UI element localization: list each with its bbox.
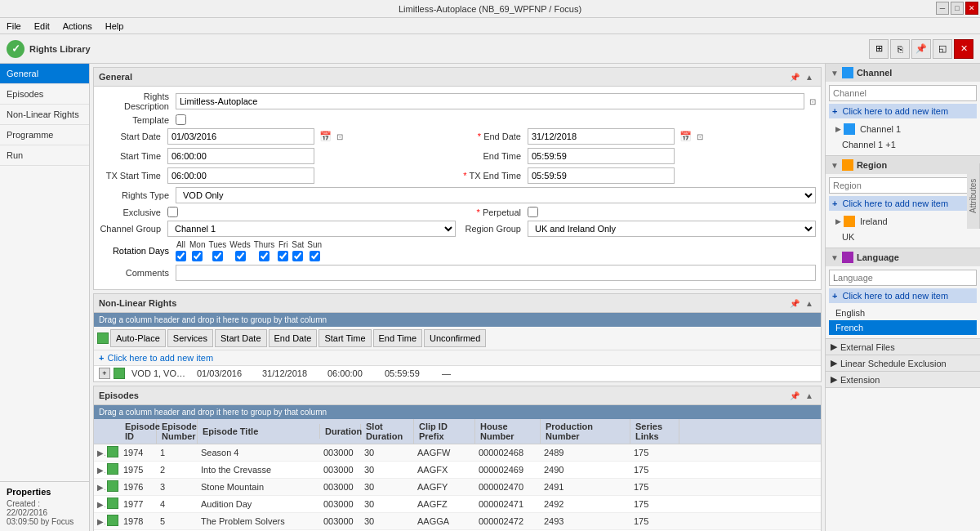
region-group-select[interactable]: UK and Ireland Only [528, 221, 816, 237]
general-expand-icon[interactable]: ▲ [803, 70, 816, 83]
ep-col-num-header[interactable]: Episode Number [157, 419, 198, 444]
menu-file[interactable]: File [3, 20, 24, 33]
rights-type-select[interactable]: VOD Only [176, 187, 816, 203]
day-all-checkbox[interactable] [176, 251, 186, 261]
ep-row-expand[interactable]: ▶ [94, 515, 105, 528]
sidebar-item-episodes[interactable]: Episodes [0, 84, 89, 105]
ep-col-house-header[interactable]: House Number [475, 419, 541, 444]
pin-icon[interactable]: 📌 [911, 39, 931, 59]
start-date-expand-icon[interactable]: ⊡ [336, 132, 343, 141]
end-time-col-header[interactable]: End Time [373, 329, 422, 347]
tx-start-time-input[interactable] [167, 167, 314, 184]
services-button[interactable]: Services [167, 329, 213, 347]
episodes-expand-icon[interactable]: ▲ [803, 389, 816, 402]
copy-icon[interactable]: ⎘ [890, 39, 910, 59]
start-date-cal-icon[interactable]: 📅 [319, 131, 332, 142]
channel-group-select[interactable]: Channel 1 [167, 221, 456, 237]
ep-col-slot-header[interactable]: Slot Duration [361, 419, 414, 444]
start-time-col-header[interactable]: Start Time [318, 329, 371, 347]
sidebar-item-general[interactable]: General [0, 64, 89, 84]
attributes-label[interactable]: Attributes [967, 163, 980, 229]
channel-item-1[interactable]: ▶ Channel 1 [829, 121, 977, 137]
ep-col-series-header[interactable]: Series Links [630, 419, 679, 444]
language-item-2[interactable]: French [829, 320, 977, 335]
exclusive-checkbox[interactable] [167, 207, 178, 217]
region-add-row[interactable]: + Click here to add new item [829, 196, 977, 211]
sidebar-item-programme[interactable]: Programme [0, 125, 89, 145]
start-date-col-header[interactable]: Start Date [215, 329, 267, 347]
end-date-expand-icon[interactable]: ⊡ [697, 132, 703, 141]
ep-data-row[interactable]: ▶ 1975 2 Into the Crevasse 003000 30 AAG… [94, 462, 821, 479]
ep-col-id-header[interactable]: Episode ID [120, 419, 157, 444]
nl-expand-icon[interactable]: ▲ [803, 297, 816, 310]
rights-desc-expand-icon[interactable]: ⊡ [809, 97, 816, 106]
ep-row-expand[interactable]: ▶ [94, 464, 105, 476]
restore-button[interactable]: □ [951, 2, 964, 15]
nl-data-row[interactable]: + VOD 1, VOD 2 01/03/2016 31/12/2018 06:… [94, 366, 821, 382]
menu-edit[interactable]: Edit [31, 20, 53, 33]
sidebar-item-nonlinear[interactable]: Non-Linear Rights [0, 105, 89, 125]
right-region-header[interactable]: ▼ Region [826, 156, 980, 174]
ep-col-clip-header[interactable]: Clip ID Prefix [414, 419, 475, 444]
nl-row-expand[interactable]: + [99, 368, 110, 379]
language-item-1[interactable]: English [829, 306, 977, 320]
end-date-col-header[interactable]: End Date [269, 329, 318, 347]
ep-col-dur-header[interactable]: Duration [320, 424, 361, 439]
perpetual-checkbox[interactable] [528, 207, 538, 217]
ep-data-row[interactable]: ▶ 1974 1 Season 4 003000 30 AAGFW 000002… [94, 444, 821, 462]
ep-row-expand[interactable]: ▶ [94, 481, 105, 493]
ep-row-expand[interactable]: ▶ [94, 447, 105, 459]
maximize-icon[interactable]: ◱ [933, 39, 952, 59]
day-sat-checkbox[interactable] [292, 251, 303, 261]
region-subitem-1[interactable]: UK [829, 230, 977, 244]
ep-data-row[interactable]: ▶ 1977 4 Audition Day 003000 30 AAGFZ 00… [94, 496, 821, 513]
right-extension-header[interactable]: ▶ Extension [826, 372, 980, 387]
right-linear-header[interactable]: ▶ Linear Schedule Exclusion [826, 355, 980, 371]
region-search-input[interactable] [829, 177, 977, 194]
day-tue-checkbox[interactable] [212, 251, 223, 261]
end-time-input[interactable] [528, 148, 675, 164]
language-search-input[interactable] [829, 270, 977, 286]
nl-pin-icon[interactable]: 📌 [788, 297, 801, 310]
rights-description-input[interactable] [176, 93, 804, 109]
header-close-icon[interactable]: ✕ [954, 39, 973, 59]
nl-add-row[interactable]: + Click here to add new item [94, 350, 821, 366]
menubar: File Edit Actions Help [0, 18, 980, 34]
day-wed-checkbox[interactable] [235, 251, 246, 261]
end-date-input[interactable] [528, 128, 675, 145]
right-language-header[interactable]: ▼ Language [826, 248, 980, 266]
day-thu-checkbox[interactable] [259, 251, 270, 261]
region-item-1[interactable]: ▶ Ireland [829, 213, 977, 230]
ep-cell-clip: AAGFY [414, 480, 475, 493]
right-channel-header[interactable]: ▼ Channel [826, 64, 980, 82]
autoplace-button[interactable]: Auto-Place [110, 329, 166, 347]
windows-icon[interactable]: ⊞ [869, 39, 889, 59]
channel-subitem-1[interactable]: Channel 1 +1 [829, 137, 977, 152]
minimize-button[interactable]: ─ [936, 2, 949, 15]
language-add-row[interactable]: + Click here to add new item [829, 288, 977, 303]
start-date-input[interactable] [167, 128, 314, 145]
end-date-cal-icon[interactable]: 📅 [679, 131, 692, 142]
unconfirmed-col-header[interactable]: Unconfirmed [424, 329, 486, 347]
sidebar-item-run[interactable]: Run [0, 145, 89, 166]
ep-col-title-header[interactable]: Episode Title [198, 424, 320, 439]
day-fri-checkbox[interactable] [278, 251, 288, 261]
comments-input[interactable] [176, 265, 816, 281]
ep-data-row[interactable]: ▶ 1976 3 Stone Mountain 003000 30 AAGFY … [94, 479, 821, 496]
menu-actions[interactable]: Actions [60, 20, 96, 33]
channel-search-input[interactable] [829, 85, 977, 101]
channel-add-row[interactable]: + Click here to add new item [829, 104, 977, 118]
ep-row-expand[interactable]: ▶ [94, 498, 105, 511]
day-sun-checkbox[interactable] [310, 251, 320, 261]
template-checkbox[interactable] [176, 114, 186, 125]
close-button[interactable]: ✕ [965, 2, 978, 15]
right-external-header[interactable]: ▶ External Files [826, 339, 980, 355]
general-pin-icon[interactable]: 📌 [788, 70, 801, 83]
episodes-pin-icon[interactable]: 📌 [788, 389, 801, 402]
menu-help[interactable]: Help [102, 20, 127, 33]
tx-end-time-input[interactable] [528, 167, 675, 184]
ep-data-row[interactable]: ▶ 1978 5 The Problem Solvers 003000 30 A… [94, 513, 821, 530]
ep-col-prod-header[interactable]: Production Number [541, 419, 630, 444]
day-mon-checkbox[interactable] [192, 251, 203, 261]
start-time-input[interactable] [167, 148, 314, 164]
